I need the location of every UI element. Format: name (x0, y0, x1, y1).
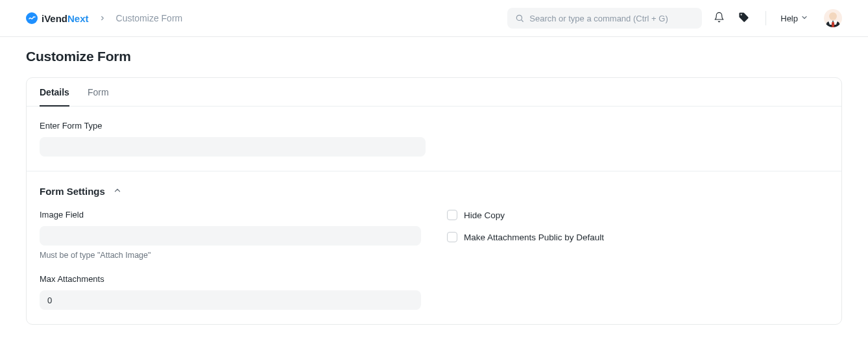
max-attachments-input[interactable] (40, 290, 421, 310)
form-type-label: Enter Form Type (40, 121, 828, 131)
make-attachments-public-checkbox[interactable]: Make Attachments Public by Default (447, 232, 828, 242)
form-settings-toggle[interactable]: Form Settings (40, 186, 828, 197)
make-attachments-public-label: Make Attachments Public by Default (464, 233, 604, 242)
breadcrumb-sep-icon (99, 14, 106, 23)
page: Customize Form Details Form Enter Form T… (0, 37, 868, 336)
image-field-help: Must be of type "Attach Image" (40, 251, 421, 260)
help-menu-label: Help (780, 14, 798, 23)
tab-bar: Details Form (27, 78, 841, 107)
brand-mark-icon (26, 12, 38, 24)
user-avatar[interactable] (824, 9, 842, 27)
page-title: Customize Form (26, 49, 842, 64)
image-field-label: Image Field (40, 210, 421, 220)
tab-details[interactable]: Details (40, 78, 69, 107)
tag-icon (738, 12, 749, 25)
breadcrumb-current[interactable]: Customize Form (116, 13, 183, 23)
section-form-settings: Form Settings Image Field Must be of typ… (27, 171, 841, 324)
checkbox-icon (447, 210, 457, 220)
checkbox-icon (447, 232, 457, 242)
form-type-input[interactable] (40, 137, 426, 157)
max-attachments-label: Max Attachments (40, 274, 421, 284)
brand-text-2: Next (67, 13, 89, 24)
hide-copy-label: Hide Copy (464, 210, 505, 220)
chevron-up-icon (113, 186, 122, 197)
form-card: Details Form Enter Form Type Form Settin… (26, 77, 842, 325)
svg-point-0 (517, 15, 522, 20)
navbar: iVendNext Customize Form Help (0, 0, 868, 37)
nav-divider (766, 11, 766, 25)
global-search (507, 8, 702, 29)
search-input[interactable] (507, 8, 702, 29)
image-field-input[interactable] (40, 226, 421, 246)
section-details: Enter Form Type (27, 107, 841, 171)
search-icon (515, 14, 524, 23)
notifications-button[interactable] (711, 10, 727, 26)
tab-form[interactable]: Form (88, 78, 109, 107)
brand-logo[interactable]: iVendNext (26, 12, 89, 24)
form-settings-heading: Form Settings (40, 186, 105, 197)
bell-icon (714, 12, 725, 25)
svg-line-1 (522, 20, 524, 22)
tags-button[interactable] (736, 10, 751, 26)
brand-text-1: iVend (42, 13, 67, 24)
chevron-down-icon (801, 14, 808, 23)
hide-copy-checkbox[interactable]: Hide Copy (447, 210, 828, 220)
help-menu[interactable]: Help (780, 14, 808, 23)
